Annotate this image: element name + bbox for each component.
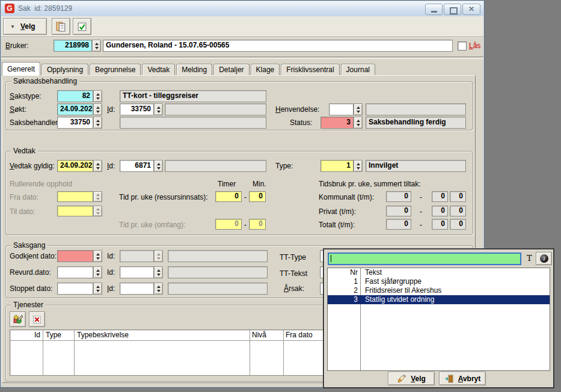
info-button[interactable]: i	[536, 252, 552, 265]
ressurs-timer-field[interactable]: 0	[215, 191, 242, 202]
toolbar: ▼ Velg	[1, 16, 483, 37]
velg-dropdown-button[interactable]: ▼ Velg	[3, 18, 47, 35]
til-dato-field	[57, 206, 93, 216]
tab-generelt[interactable]: Generelt	[2, 62, 40, 76]
divider	[1, 57, 483, 59]
tab-melding[interactable]: Melding	[176, 64, 212, 75]
tab-opplysning[interactable]: Opplysning	[41, 64, 88, 75]
col-header-id: Id	[10, 331, 40, 340]
saksbehandler-spinner[interactable]	[93, 117, 102, 129]
godkjent-id-label: Id:	[107, 250, 115, 262]
revurd-dato-spinner[interactable]	[93, 266, 102, 278]
revurd-dato-field[interactable]	[57, 266, 93, 278]
minimize-button[interactable]	[425, 4, 443, 15]
sokt-name-field: Birgitte	[165, 103, 266, 115]
vedtak-type-field[interactable]: 1	[320, 160, 354, 172]
status-spinner[interactable]	[354, 117, 363, 129]
column-divider	[283, 330, 284, 375]
tt-type-picker-popup: T i Nr Tekst 1 Fast sjåførgruppe 2 Friti…	[323, 248, 554, 388]
vedtak-gyldig-field[interactable]: 24.09.2025	[57, 160, 93, 172]
godkjent-dato-spinner[interactable]	[93, 250, 102, 262]
user-id-spinner[interactable]	[92, 40, 101, 52]
item-text: Statlig utvidet ordning	[365, 295, 434, 304]
window-title: Sak id: 2859129	[18, 4, 72, 13]
brush-icon	[397, 374, 406, 384]
henvendelse-field[interactable]	[329, 103, 354, 115]
approve-button[interactable]	[73, 18, 91, 35]
ressurs-label: Tid pr. uke (ressursinnsats):	[119, 191, 208, 203]
sokt-date-field[interactable]: 24.09.2025	[57, 103, 93, 115]
tidsbruk-label: Tidsbruk pr. uke, summert tiltak:	[319, 178, 421, 190]
popup-avbryt-button[interactable]: Avbryt	[439, 372, 486, 385]
dash: -	[244, 219, 247, 231]
vedtak-gyldig-spinner[interactable]	[93, 160, 102, 172]
dash: -	[420, 191, 422, 203]
option-list[interactable]: Nr Tekst 1 Fast sjåførgruppe 2 Fritidsre…	[327, 268, 550, 371]
godkjent-id-spinner	[154, 250, 163, 262]
tab-vedtak[interactable]: Vedtak	[142, 64, 175, 75]
status-desc-field: Saksbehandling ferdig	[366, 117, 466, 129]
fra-dato-spinner	[93, 191, 102, 202]
item-text: Fritidsreiser til Akershus	[365, 286, 441, 295]
popup-avbryt-label: Avbryt	[458, 375, 481, 383]
filter-input[interactable]	[328, 253, 521, 265]
list-item[interactable]: 1 Fast sjåførgruppe	[328, 277, 550, 286]
tab-klage[interactable]: Klage	[251, 64, 280, 75]
vedtak-name-field: Gerd Marit	[165, 160, 266, 172]
tab-journal[interactable]: Journal	[341, 64, 375, 75]
privat-field-1: 0	[386, 206, 411, 216]
user-name-field[interactable]: Gundersen, Roland - 15.07.65-00565	[103, 40, 453, 52]
lock-checkbox[interactable]	[458, 41, 467, 51]
list-item-selected[interactable]: 3 Statlig utvidet ordning	[328, 295, 550, 304]
sokt-id-label: Id:	[107, 103, 115, 115]
fra-dato-field	[57, 191, 93, 202]
min-header: Min.	[253, 178, 266, 190]
stoppet-dato-spinner[interactable]	[93, 283, 102, 295]
title-bar[interactable]: G Sak id: 2859129 ✕	[1, 1, 483, 17]
sakstype-field[interactable]: 82	[57, 90, 93, 102]
popup-velg-button[interactable]: Velg	[388, 372, 435, 385]
user-id-field[interactable]: 218998	[54, 40, 92, 52]
maximize-button[interactable]	[444, 4, 461, 15]
ressurs-min-field[interactable]: 0	[249, 191, 266, 202]
stoppet-dato-field[interactable]	[57, 283, 93, 295]
sokt-id-field[interactable]: 33750	[120, 103, 154, 115]
sokt-label: Søkt:	[10, 103, 26, 115]
dash: -	[420, 206, 422, 218]
list-item[interactable]: 2 Fritidsreiser til Akershus	[328, 286, 550, 295]
vedtak-gyldig-label: Vedtak gyldig:	[10, 160, 55, 172]
revurd-id-spinner[interactable]	[154, 266, 163, 278]
vedtak-type-spinner[interactable]	[354, 160, 363, 172]
tab-frisklivssentral[interactable]: Frisklivssentral	[281, 64, 339, 75]
edit-service-icon	[13, 314, 23, 325]
henvendelse-spinner[interactable]	[354, 103, 363, 115]
sokt-id-spinner[interactable]	[154, 103, 163, 115]
henvendelse-label: Henvendelse:	[275, 103, 319, 115]
list-header-row: Nr Tekst	[328, 268, 550, 277]
stoppet-name-field	[168, 283, 268, 295]
stoppet-id-spinner[interactable]	[154, 283, 163, 295]
tjeneste-delete-button[interactable]	[29, 311, 45, 327]
revurd-name-field	[168, 266, 268, 278]
arsak-label: Årsak:	[284, 283, 304, 295]
godkjent-dato-field[interactable]	[57, 250, 93, 262]
vedtak-id-spinner[interactable]	[154, 160, 163, 172]
saksbehandler-field[interactable]: 33750	[57, 117, 93, 129]
close-button[interactable]: ✕	[462, 4, 480, 15]
tjeneste-edit-button[interactable]	[10, 311, 26, 327]
status-field[interactable]: 3	[320, 117, 354, 129]
vedtak-id-field[interactable]: 6871	[120, 160, 154, 172]
dash: -	[420, 219, 422, 231]
minimize-icon	[431, 11, 437, 13]
vedtak-type-desc-field: Innvilget	[366, 160, 466, 172]
soknadsbehandling-group: Søknadsbehandling Sakstype: 82 TT-kort -…	[5, 81, 473, 130]
tab-begrunnelse[interactable]: Begrunnelse	[90, 64, 141, 75]
tab-detaljer[interactable]: Detaljer	[213, 64, 249, 75]
sakstype-spinner[interactable]	[93, 90, 102, 102]
col-header-type: Type	[46, 331, 61, 340]
stoppet-id-field[interactable]	[120, 283, 154, 295]
sokt-date-spinner[interactable]	[93, 103, 102, 115]
copy-journal-button[interactable]	[52, 18, 70, 35]
col-header-typebeskrivelse: Typebeskrivelse	[77, 331, 129, 340]
revurd-id-field[interactable]	[120, 266, 154, 278]
